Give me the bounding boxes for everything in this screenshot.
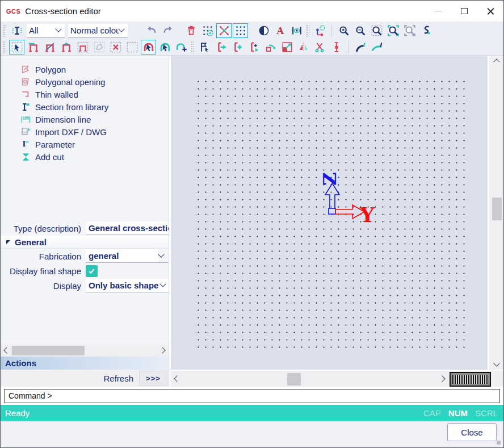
z-axis-label: Z	[319, 172, 341, 185]
type-row: Type (description) General cross-section	[1, 221, 169, 236]
fabrication-select[interactable]: general	[86, 249, 158, 263]
display-select-value: Only basic shape	[89, 280, 161, 290]
tool-item-import-dxf-dwg[interactable]: DWGImport DXF / DWG	[1, 125, 169, 138]
toolbar-gripper[interactable]	[3, 24, 6, 37]
copy2-icon	[248, 41, 261, 53]
colour-dropdown[interactable]: Normal colour	[68, 24, 128, 37]
delete-button[interactable]	[183, 23, 199, 38]
label-button[interactable]	[197, 40, 212, 55]
mirror-icon	[297, 41, 310, 53]
arc-dark-icon	[354, 41, 367, 53]
mirror-button[interactable]	[296, 40, 311, 55]
arc-button[interactable]	[352, 40, 368, 55]
arch-bar-icon	[27, 41, 40, 53]
dimension-view-button[interactable]	[289, 23, 304, 38]
zoom-window-button[interactable]	[369, 23, 384, 38]
zoom-in-button[interactable]	[336, 23, 351, 38]
scale-icon	[281, 41, 293, 53]
maximize-button[interactable]	[451, 1, 477, 22]
move-icon	[215, 41, 228, 53]
scroll-left-icon[interactable]	[3, 347, 10, 353]
zoom-out-button[interactable]	[352, 23, 368, 38]
zoom-all-button[interactable]	[402, 23, 417, 38]
scrollbar-thumb[interactable]	[492, 198, 502, 220]
general-group-header[interactable]: General	[1, 236, 169, 249]
display-final-shape-checkbox[interactable]	[86, 265, 98, 277]
pick-add-button[interactable]	[157, 40, 173, 55]
select-section-button[interactable]	[75, 40, 90, 55]
scroll-right-icon[interactable]	[159, 347, 165, 353]
scroll-down-icon[interactable]	[493, 360, 499, 366]
close-button[interactable]: Close	[447, 423, 497, 441]
select-opening-button[interactable]	[91, 40, 107, 55]
drawing-canvas[interactable]: Z Y	[171, 56, 488, 370]
refresh-more-button[interactable]: >>>	[139, 371, 167, 386]
select-button[interactable]	[9, 40, 24, 55]
copy-button[interactable]	[230, 40, 245, 55]
edit-vertex-button[interactable]	[58, 40, 74, 55]
text-style-button[interactable]: A	[272, 23, 288, 38]
undo-button[interactable]	[144, 23, 159, 38]
arch-plus-icon	[175, 41, 188, 53]
command-input[interactable]: Command >	[4, 389, 500, 403]
edit-edge-button[interactable]	[42, 40, 57, 55]
close-window-button[interactable]	[477, 1, 503, 22]
section-filter-button[interactable]	[9, 23, 24, 38]
chevron-down-icon[interactable]	[55, 26, 61, 32]
fabrication-row: Fabrication general	[1, 249, 169, 263]
pick-object-button[interactable]	[141, 40, 156, 55]
dimension-button[interactable]	[329, 40, 344, 55]
edit-polygon-button[interactable]	[26, 40, 41, 55]
view-direction-button[interactable]	[418, 23, 434, 38]
scale-button[interactable]	[279, 40, 295, 55]
fabrication-dropdown-button[interactable]	[158, 249, 169, 263]
titlebar: GCS Cross-section editor	[1, 1, 503, 22]
scroll-right-icon[interactable]	[439, 375, 445, 382]
add-object-button[interactable]	[174, 40, 189, 55]
minimize-button[interactable]	[425, 1, 451, 22]
multi-copy-button[interactable]	[246, 40, 262, 55]
toolbar-gripper[interactable]	[191, 41, 194, 53]
chevron-down-icon[interactable]	[118, 26, 124, 32]
trim-button[interactable]	[312, 40, 327, 55]
tree-dwg-icon: DWG	[20, 127, 33, 137]
tool-item-polygonal-opening[interactable]: Polygonal opening	[1, 76, 169, 88]
scroll-up-icon[interactable]	[493, 58, 499, 65]
grid-settings-button[interactable]	[200, 23, 215, 38]
grid-toggle-button[interactable]	[233, 23, 248, 38]
canvas-horizontal-scrollbar[interactable]	[171, 370, 503, 387]
tool-item-dimension-line[interactable]: 100Dimension line	[1, 113, 169, 125]
snap-settings-button[interactable]	[216, 23, 232, 38]
chevron-down-icon	[158, 251, 164, 257]
resize-grip-icon[interactable]	[497, 441, 501, 445]
move-button[interactable]	[213, 40, 229, 55]
canvas-vertical-scrollbar[interactable]	[488, 56, 503, 370]
type-value-field[interactable]: General cross-section	[86, 221, 169, 235]
filter-dropdown[interactable]: All	[27, 24, 65, 37]
zoom-selection-button[interactable]	[385, 23, 401, 38]
scrollbar-thumb[interactable]	[12, 346, 85, 355]
toolbar-gripper[interactable]	[3, 41, 6, 53]
rotate-button[interactable]	[263, 40, 278, 55]
scrollbar-thumb[interactable]	[287, 373, 301, 386]
rotate-icon	[264, 41, 277, 53]
arch-tri-icon	[60, 41, 73, 53]
arc-tangent-button[interactable]	[369, 40, 384, 55]
tool-item-thin-walled[interactable]: Thin walled	[1, 88, 169, 101]
tool-item-label: Polygonal opening	[35, 77, 105, 87]
delete-selection-button[interactable]	[108, 40, 123, 55]
redo-button[interactable]	[160, 23, 175, 38]
tool-item-parameter[interactable]: IParameter	[1, 138, 169, 150]
arch-cursor-icon	[142, 41, 155, 53]
scroll-left-icon[interactable]	[174, 375, 180, 382]
display-select[interactable]: Only basic shape	[86, 279, 169, 292]
ucs-settings-button[interactable]	[312, 23, 327, 38]
tool-item-polygon[interactable]: Polygon	[1, 63, 169, 76]
deselect-all-button[interactable]	[124, 40, 140, 55]
tool-item-add-cut[interactable]: Add cut	[1, 150, 169, 163]
toolbar-gripper[interactable]	[306, 24, 309, 37]
shading-button[interactable]	[256, 23, 271, 38]
type-label: Type (description)	[1, 224, 86, 233]
tool-item-section-from-library[interactable]: Section from library	[1, 101, 169, 113]
panel-horizontal-scrollbar[interactable]	[1, 345, 169, 357]
